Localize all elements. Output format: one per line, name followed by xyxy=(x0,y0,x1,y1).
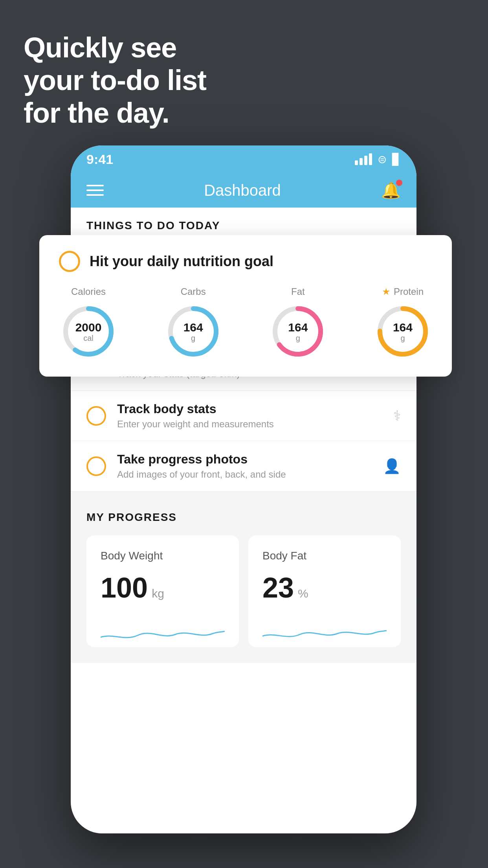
photo-icon: 👤 xyxy=(383,458,401,474)
carbs-value: 164 xyxy=(183,321,203,334)
body-weight-value: 100 xyxy=(101,572,148,604)
hero-text: Quickly see your to-do list for the day. xyxy=(24,31,206,129)
protein-stat: ★ Protein 164 g xyxy=(373,286,432,361)
calories-label: Calories xyxy=(71,286,106,297)
todo-item-body-stats[interactable]: Track body stats Enter your weight and m… xyxy=(71,391,416,441)
status-icons: ⊜ ▊ xyxy=(355,153,401,166)
fat-unit: g xyxy=(288,334,308,342)
nutrition-card: Hit your daily nutrition goal Calories 2… xyxy=(39,235,452,377)
body-weight-unit: kg xyxy=(152,587,164,600)
body-fat-chart xyxy=(262,616,387,647)
fat-stat: Fat 164 g xyxy=(268,286,327,361)
body-weight-card: Body Weight 100 kg xyxy=(86,535,239,647)
carbs-stat: Carbs 164 g xyxy=(164,286,223,361)
progress-cards: Body Weight 100 kg Body Fat 23 % xyxy=(86,535,401,647)
body-fat-unit: % xyxy=(298,587,308,600)
protein-unit: g xyxy=(393,334,413,342)
notifications-button[interactable]: 🔔 xyxy=(381,181,401,200)
nav-bar: Dashboard 🔔 xyxy=(71,173,416,208)
nutrition-title: Hit your daily nutrition goal xyxy=(90,253,273,270)
todo-item-progress-photos[interactable]: Take progress photos Add images of your … xyxy=(71,441,416,491)
body-weight-title: Body Weight xyxy=(101,550,225,562)
body-fat-card: Body Fat 23 % xyxy=(248,535,401,647)
protein-label: ★ Protein xyxy=(382,286,424,297)
fat-donut: 164 g xyxy=(268,302,327,361)
calories-stat: Calories 2000 cal xyxy=(59,286,118,361)
nutrition-checkbox[interactable] xyxy=(59,251,80,272)
things-label: THINGS TO DO TODAY xyxy=(86,219,220,232)
carbs-unit: g xyxy=(183,334,203,342)
carbs-label: Carbs xyxy=(181,286,206,297)
todo-checkbox-body-stats[interactable] xyxy=(86,406,106,426)
calories-unit: cal xyxy=(75,334,102,342)
body-weight-chart xyxy=(101,616,225,647)
scale-icon: ⚕ xyxy=(393,408,401,424)
todo-photos-sub: Add images of your front, back, and side xyxy=(117,469,372,480)
calories-value: 2000 xyxy=(75,321,102,334)
nutrition-stats: Calories 2000 cal Carbs xyxy=(59,286,432,361)
progress-label: MY PROGRESS xyxy=(86,511,401,524)
body-fat-value: 23 xyxy=(262,572,294,604)
protein-value: 164 xyxy=(393,321,413,334)
todo-body-stats-sub: Enter your weight and measurements xyxy=(117,419,382,430)
fat-label: Fat xyxy=(291,286,305,297)
wifi-icon: ⊜ xyxy=(378,153,387,166)
todo-body-stats-label: Track body stats xyxy=(117,402,382,416)
status-bar: 9:41 ⊜ ▊ xyxy=(71,145,416,173)
body-fat-title: Body Fat xyxy=(262,550,387,562)
status-time: 9:41 xyxy=(86,152,113,167)
todo-checkbox-progress-photos[interactable] xyxy=(86,456,106,476)
signal-icon xyxy=(355,153,372,165)
nav-title: Dashboard xyxy=(204,182,281,199)
progress-section: MY PROGRESS Body Weight 100 kg Body Fat … xyxy=(71,491,416,663)
star-icon: ★ xyxy=(382,286,391,297)
carbs-donut: 164 g xyxy=(164,302,223,361)
fat-value: 164 xyxy=(288,321,308,334)
battery-icon: ▊ xyxy=(392,153,401,166)
calories-donut: 2000 cal xyxy=(59,302,118,361)
notification-dot xyxy=(396,180,402,186)
todo-photos-label: Take progress photos xyxy=(117,452,372,467)
protein-donut: 164 g xyxy=(373,302,432,361)
menu-button[interactable] xyxy=(86,185,104,196)
